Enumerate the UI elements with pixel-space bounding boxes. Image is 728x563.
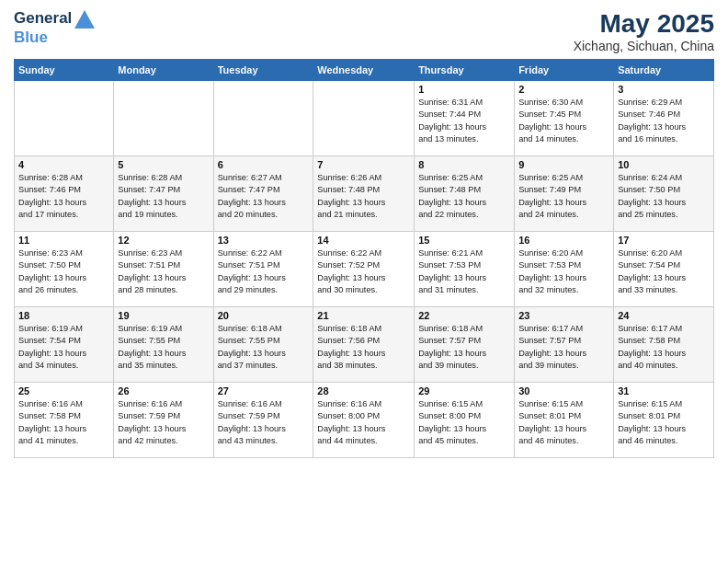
day-number: 30 <box>518 385 609 396</box>
day-number: 18 <box>18 310 109 321</box>
calendar-cell: 31Sunrise: 6:15 AM Sunset: 8:01 PM Dayli… <box>614 383 714 458</box>
calendar-header-row: SundayMondayTuesdayWednesdayThursdayFrid… <box>15 60 714 81</box>
day-info: Sunrise: 6:29 AM Sunset: 7:46 PM Dayligh… <box>618 97 710 145</box>
title-block: May 2025 Xichang, Sichuan, China <box>574 9 714 53</box>
logo: General Blue <box>14 9 95 46</box>
day-info: Sunrise: 6:26 AM Sunset: 7:48 PM Dayligh… <box>317 172 410 221</box>
calendar-cell <box>313 81 415 156</box>
day-info: Sunrise: 6:19 AM Sunset: 7:55 PM Dayligh… <box>118 323 209 372</box>
calendar-cell: 1Sunrise: 6:31 AM Sunset: 7:44 PM Daylig… <box>415 81 515 156</box>
day-number: 11 <box>18 235 109 246</box>
weekday-header: Friday <box>515 60 614 81</box>
day-number: 24 <box>618 310 710 321</box>
calendar-cell: 21Sunrise: 6:18 AM Sunset: 7:56 PM Dayli… <box>313 307 415 383</box>
day-number: 31 <box>618 385 710 396</box>
calendar-week-row: 11Sunrise: 6:23 AM Sunset: 7:50 PM Dayli… <box>15 232 714 307</box>
weekday-header: Thursday <box>415 60 515 81</box>
page-header: General Blue May 2025 Xichang, Sichuan, … <box>14 9 714 53</box>
calendar-cell: 14Sunrise: 6:22 AM Sunset: 7:52 PM Dayli… <box>313 232 415 307</box>
calendar-cell: 2Sunrise: 6:30 AM Sunset: 7:45 PM Daylig… <box>515 81 614 156</box>
day-info: Sunrise: 6:15 AM Sunset: 8:01 PM Dayligh… <box>518 398 609 447</box>
month-title: May 2025 <box>574 9 714 39</box>
day-info: Sunrise: 6:25 AM Sunset: 7:49 PM Dayligh… <box>518 172 609 221</box>
day-info: Sunrise: 6:15 AM Sunset: 8:01 PM Dayligh… <box>618 398 710 447</box>
calendar-cell: 12Sunrise: 6:23 AM Sunset: 7:51 PM Dayli… <box>114 232 213 307</box>
day-number: 20 <box>218 310 310 321</box>
day-info: Sunrise: 6:17 AM Sunset: 7:57 PM Dayligh… <box>518 323 609 372</box>
day-number: 9 <box>518 159 609 170</box>
day-info: Sunrise: 6:27 AM Sunset: 7:47 PM Dayligh… <box>218 172 310 221</box>
day-number: 19 <box>118 310 209 321</box>
day-info: Sunrise: 6:28 AM Sunset: 7:46 PM Dayligh… <box>18 172 109 221</box>
day-number: 13 <box>218 235 310 246</box>
calendar-cell: 28Sunrise: 6:16 AM Sunset: 8:00 PM Dayli… <box>313 383 415 458</box>
day-info: Sunrise: 6:16 AM Sunset: 7:59 PM Dayligh… <box>218 398 310 447</box>
weekday-header: Saturday <box>614 60 714 81</box>
weekday-header: Tuesday <box>213 60 313 81</box>
day-number: 15 <box>418 235 510 246</box>
day-info: Sunrise: 6:18 AM Sunset: 7:57 PM Dayligh… <box>418 323 510 372</box>
logo-text: General <box>14 9 95 29</box>
calendar-table: SundayMondayTuesdayWednesdayThursdayFrid… <box>14 59 714 458</box>
day-number: 6 <box>218 159 310 170</box>
calendar-cell: 13Sunrise: 6:22 AM Sunset: 7:51 PM Dayli… <box>213 232 313 307</box>
calendar-cell: 8Sunrise: 6:25 AM Sunset: 7:48 PM Daylig… <box>415 156 515 232</box>
calendar-cell: 19Sunrise: 6:19 AM Sunset: 7:55 PM Dayli… <box>114 307 213 383</box>
calendar-cell: 7Sunrise: 6:26 AM Sunset: 7:48 PM Daylig… <box>313 156 415 232</box>
calendar-cell: 5Sunrise: 6:28 AM Sunset: 7:47 PM Daylig… <box>114 156 213 232</box>
day-number: 26 <box>118 385 209 396</box>
day-number: 21 <box>317 310 410 321</box>
logo-blue: Blue <box>14 29 95 47</box>
day-info: Sunrise: 6:18 AM Sunset: 7:56 PM Dayligh… <box>317 323 410 372</box>
calendar-week-row: 18Sunrise: 6:19 AM Sunset: 7:54 PM Dayli… <box>15 307 714 383</box>
day-info: Sunrise: 6:25 AM Sunset: 7:48 PM Dayligh… <box>418 172 510 221</box>
day-info: Sunrise: 6:17 AM Sunset: 7:58 PM Dayligh… <box>618 323 710 372</box>
logo-icon <box>74 10 95 29</box>
day-number: 29 <box>418 385 510 396</box>
day-info: Sunrise: 6:21 AM Sunset: 7:53 PM Dayligh… <box>418 247 510 296</box>
calendar-cell: 9Sunrise: 6:25 AM Sunset: 7:49 PM Daylig… <box>515 156 614 232</box>
calendar-cell: 17Sunrise: 6:20 AM Sunset: 7:54 PM Dayli… <box>614 232 714 307</box>
calendar-cell <box>213 81 313 156</box>
calendar-cell: 18Sunrise: 6:19 AM Sunset: 7:54 PM Dayli… <box>15 307 114 383</box>
weekday-header: Sunday <box>15 60 114 81</box>
calendar-cell: 16Sunrise: 6:20 AM Sunset: 7:53 PM Dayli… <box>515 232 614 307</box>
calendar-cell <box>114 81 213 156</box>
day-info: Sunrise: 6:30 AM Sunset: 7:45 PM Dayligh… <box>518 97 609 145</box>
day-info: Sunrise: 6:23 AM Sunset: 7:50 PM Dayligh… <box>18 247 109 296</box>
calendar-week-row: 4Sunrise: 6:28 AM Sunset: 7:46 PM Daylig… <box>15 156 714 232</box>
calendar-cell: 3Sunrise: 6:29 AM Sunset: 7:46 PM Daylig… <box>614 81 714 156</box>
calendar-cell: 30Sunrise: 6:15 AM Sunset: 8:01 PM Dayli… <box>515 383 614 458</box>
day-info: Sunrise: 6:16 AM Sunset: 8:00 PM Dayligh… <box>317 398 410 447</box>
day-info: Sunrise: 6:31 AM Sunset: 7:44 PM Dayligh… <box>418 97 510 145</box>
day-info: Sunrise: 6:28 AM Sunset: 7:47 PM Dayligh… <box>118 172 209 221</box>
day-info: Sunrise: 6:16 AM Sunset: 7:59 PM Dayligh… <box>118 398 209 447</box>
day-number: 16 <box>518 235 609 246</box>
calendar-cell: 20Sunrise: 6:18 AM Sunset: 7:55 PM Dayli… <box>213 307 313 383</box>
day-number: 1 <box>418 84 510 95</box>
day-number: 2 <box>518 84 609 95</box>
day-number: 28 <box>317 385 410 396</box>
day-number: 10 <box>618 159 710 170</box>
day-number: 7 <box>317 159 410 170</box>
calendar-week-row: 1Sunrise: 6:31 AM Sunset: 7:44 PM Daylig… <box>15 81 714 156</box>
page-container: General Blue May 2025 Xichang, Sichuan, … <box>0 0 728 467</box>
day-number: 3 <box>618 84 710 95</box>
calendar-cell: 23Sunrise: 6:17 AM Sunset: 7:57 PM Dayli… <box>515 307 614 383</box>
calendar-cell: 24Sunrise: 6:17 AM Sunset: 7:58 PM Dayli… <box>614 307 714 383</box>
calendar-cell: 29Sunrise: 6:15 AM Sunset: 8:00 PM Dayli… <box>415 383 515 458</box>
day-info: Sunrise: 6:22 AM Sunset: 7:52 PM Dayligh… <box>317 247 410 296</box>
day-info: Sunrise: 6:20 AM Sunset: 7:54 PM Dayligh… <box>618 247 710 296</box>
calendar-cell: 22Sunrise: 6:18 AM Sunset: 7:57 PM Dayli… <box>415 307 515 383</box>
calendar-cell <box>15 81 114 156</box>
calendar-cell: 11Sunrise: 6:23 AM Sunset: 7:50 PM Dayli… <box>15 232 114 307</box>
calendar-cell: 26Sunrise: 6:16 AM Sunset: 7:59 PM Dayli… <box>114 383 213 458</box>
calendar-cell: 15Sunrise: 6:21 AM Sunset: 7:53 PM Dayli… <box>415 232 515 307</box>
calendar-cell: 27Sunrise: 6:16 AM Sunset: 7:59 PM Dayli… <box>213 383 313 458</box>
weekday-header: Wednesday <box>313 60 415 81</box>
calendar-week-row: 25Sunrise: 6:16 AM Sunset: 7:58 PM Dayli… <box>15 383 714 458</box>
day-number: 8 <box>418 159 510 170</box>
day-info: Sunrise: 6:20 AM Sunset: 7:53 PM Dayligh… <box>518 247 609 296</box>
day-info: Sunrise: 6:16 AM Sunset: 7:58 PM Dayligh… <box>18 398 109 447</box>
day-info: Sunrise: 6:24 AM Sunset: 7:50 PM Dayligh… <box>618 172 710 221</box>
